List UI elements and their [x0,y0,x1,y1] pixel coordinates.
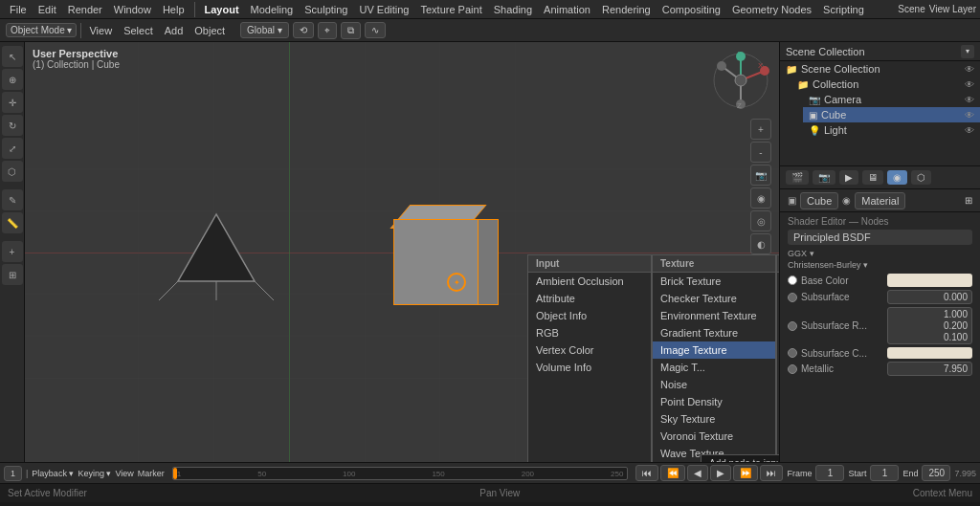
viewport-shading-solid[interactable]: ◉ [750,187,771,209]
viewport-gizmo[interactable]: X Y Z [712,52,769,109]
timeline-scrubber[interactable]: 150100150200250 [172,467,629,480]
ctx-hue-sat-val[interactable]: Hue Saturation Value [777,307,779,324]
btn-next-frame[interactable]: ⏩ [733,465,758,481]
cube-vis[interactable]: 👁 [965,110,974,121]
menu-uv-editing[interactable]: UV Editing [354,0,415,18]
props-tab-output[interactable]: ▶ [839,170,858,185]
props-tab-view[interactable]: 🖥 [862,170,883,185]
playback-start[interactable]: 1 [4,466,22,481]
btn-prev-frame[interactable]: ⏪ [660,465,685,481]
ctx-voronoi-texture[interactable]: Voronoi Texture [653,428,775,445]
subsurface-r-value[interactable]: 1.000 0.200 0.100 [887,307,972,344]
mode-selector[interactable]: Object Mode ▾ [6,23,77,37]
outliner-collection[interactable]: 📁 Collection 👁 [791,77,980,92]
btn-jump-start[interactable]: ⏮ [635,465,658,481]
menu-render[interactable]: Render [62,0,108,18]
ctx-volume-info[interactable]: Volume Info [528,359,651,376]
transform-btn3[interactable]: ⌖ [318,22,337,39]
transform-btn2[interactable]: ⟲ [293,22,314,38]
ctx-sky-texture[interactable]: Sky Texture [653,410,775,428]
menu-rendering[interactable]: Rendering [596,0,657,18]
cube-3d-object[interactable]: ✦ [379,205,494,310]
ctx-rgb[interactable]: RGB [528,324,651,341]
ctx-gradient-texture[interactable]: Gradient Texture [653,324,775,341]
menu-animation[interactable]: Animation [538,0,596,18]
ctx-point-density[interactable]: Point Density [653,393,775,410]
ctx-object-info[interactable]: Object Info [528,307,651,324]
camera-vis[interactable]: 👁 [965,95,974,105]
btn-play-rev[interactable]: ◀ [687,465,708,481]
transform-btn4[interactable]: ⧉ [341,22,361,39]
viewport-zoom-out[interactable]: - [750,142,771,163]
proportional-edit[interactable]: ∿ [365,22,386,38]
tool-annotate[interactable]: ✎ [2,189,23,210]
ctx-checker-texture[interactable]: Checker Texture [653,290,775,307]
menu-shading[interactable]: Shading [488,0,538,18]
tool-rotate[interactable]: ↻ [2,115,23,136]
menu-help[interactable]: Help [157,0,190,18]
ctx-bright-contrast[interactable]: Bright/Contrast [777,273,779,290]
ctx-vertex-color[interactable]: Vertex Color [528,341,651,359]
menu-scripting[interactable]: Scripting [817,0,870,18]
frame-start-input[interactable]: 1 [870,465,899,481]
base-color-field[interactable] [887,274,972,287]
ctx-noise[interactable]: Noise [653,376,775,393]
menu-layout[interactable]: Layout [199,0,245,18]
select-menu[interactable]: Select [120,19,157,41]
menu-sculpting[interactable]: Sculpting [299,0,353,18]
ctx-attribute[interactable]: Attribute [528,290,651,307]
tool-add[interactable]: + [2,241,23,262]
viewport-shading-material[interactable]: ◎ [750,210,771,231]
ctx-invert[interactable]: Invert [777,324,779,341]
ctx-mix[interactable]: Mix [777,341,779,359]
props-tab-object[interactable]: ⬡ [911,170,931,185]
ctx-brick-texture[interactable]: Brick Texture [653,273,775,290]
tool-scale[interactable]: ⤢ [2,138,23,159]
menu-texture-paint[interactable]: Texture Paint [414,0,487,18]
props-tab-scene[interactable]: 🎬 [786,170,809,185]
viewport-camera[interactable]: 📷 [750,165,771,186]
frame-current-input[interactable]: 1 [815,465,844,481]
light-vis[interactable]: 👁 [965,125,974,136]
outliner-light[interactable]: 💡 Light 👁 [803,122,980,138]
tool-move[interactable]: ✛ [2,92,23,113]
tool-cursor[interactable]: ⊕ [2,69,23,90]
tool-modifier[interactable]: ⊞ [2,264,23,285]
view-menu[interactable]: View [85,19,116,41]
add-menu[interactable]: Add [161,19,188,41]
transform-global[interactable]: Global ▾ [240,22,289,38]
viewport-zoom-in[interactable]: + [750,119,771,140]
tool-transform[interactable]: ⬡ [2,161,23,182]
props-tab-render[interactable]: 📷 [813,170,835,185]
tool-select[interactable]: ↖ [2,46,23,67]
scene-collection-vis[interactable]: 👁 [965,64,974,75]
btn-jump-end[interactable]: ⏭ [760,465,783,481]
material-more-btn[interactable]: ⊞ [965,195,972,206]
menu-window[interactable]: Window [108,0,157,18]
tool-measure[interactable]: 📏 [2,212,23,233]
ctx-gamma[interactable]: Gamma [777,290,779,307]
outliner-filter-btn[interactable]: ▾ [961,45,974,58]
collection-vis[interactable]: 👁 [965,79,974,90]
outliner-camera[interactable]: 📷 Camera 👁 [803,92,980,107]
viewport-shading-render[interactable]: ◐ [750,233,771,254]
ctx-ambient-occlusion[interactable]: Ambient Occlusion [528,273,651,290]
metallic-value[interactable]: 7.950 [887,362,972,376]
outliner-scene-collection[interactable]: 📁 Scene Collection 👁 [780,61,980,77]
props-tab-material[interactable]: ◉ [887,170,907,185]
outliner-cube[interactable]: ▣ Cube 👁 [803,107,980,122]
frame-end-input[interactable]: 250 [922,465,950,481]
menu-edit[interactable]: Edit [33,0,62,18]
ctx-rgb-curves[interactable]: RGB Curves [777,359,779,376]
menu-compositing[interactable]: Compositing [657,0,726,18]
menu-modeling[interactable]: Modeling [245,0,300,18]
3d-viewport[interactable]: User Perspective (1) Collection | Cube ✦ [25,42,779,462]
object-menu[interactable]: Object [190,19,229,41]
subsurface-c-field[interactable] [887,347,972,359]
subsurface-value[interactable]: 0.000 [887,290,972,304]
btn-play[interactable]: ▶ [710,465,731,481]
ctx-environment-texture[interactable]: Environment Texture [653,307,775,324]
ctx-image-texture[interactable]: Image Texture [653,341,775,359]
menu-file[interactable]: File [4,0,33,18]
menu-geometry-nodes[interactable]: Geometry Nodes [726,0,817,18]
